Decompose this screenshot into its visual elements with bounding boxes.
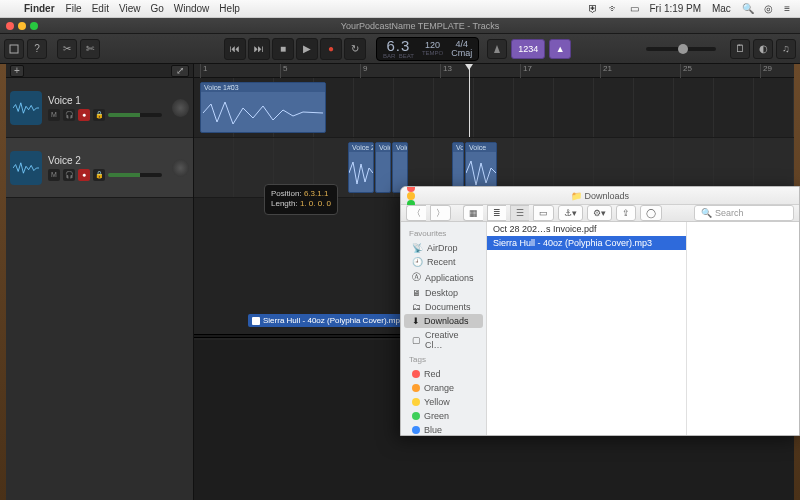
audio-region[interactable]: Voice 2 xyxy=(348,142,374,193)
lcd-key[interactable]: Cmaj xyxy=(451,49,472,58)
menu-help[interactable]: Help xyxy=(219,3,240,14)
clock[interactable]: Fri 1:19 PM xyxy=(649,3,701,14)
control-center-icon[interactable]: ◎ xyxy=(764,3,773,14)
view-icon-button[interactable]: ▦ xyxy=(463,205,483,221)
lcd-tempo[interactable]: 120 xyxy=(425,41,440,50)
sidebar-item-documents[interactable]: 🗂Documents xyxy=(404,300,483,314)
shield-icon[interactable]: ⛨ xyxy=(588,3,598,14)
file-row[interactable]: Sierra Hull - 40oz (Polyphia Cover).mp3 xyxy=(487,236,686,250)
menu-edit[interactable]: Edit xyxy=(92,3,109,14)
notifications-icon[interactable]: ≡ xyxy=(784,3,790,14)
menu-file[interactable]: File xyxy=(66,3,82,14)
user-label[interactable]: Mac xyxy=(712,3,731,14)
track-name[interactable]: Voice 1 xyxy=(48,95,162,106)
track-header[interactable]: Voice 2 M 🎧 ● 🔒 xyxy=(6,138,193,198)
sidebar-item-airdrop[interactable]: 📡AirDrop xyxy=(404,241,483,255)
input-monitor-button[interactable]: 🔒 xyxy=(93,109,105,121)
track-lane[interactable]: Voice 1#03 xyxy=(194,78,794,138)
forward-button[interactable]: ⏭ xyxy=(248,38,270,60)
arrange-menu-button[interactable]: ⚓︎▾ xyxy=(558,205,583,221)
editors-button[interactable]: ✂ xyxy=(57,39,77,59)
share-button[interactable]: ⇪ xyxy=(616,205,636,221)
finder-titlebar[interactable]: 📁 Downloads xyxy=(401,187,799,205)
folder-icon: 📁 xyxy=(571,191,582,201)
sidebar-tag-orange[interactable]: Orange xyxy=(404,381,483,395)
close-window-button[interactable] xyxy=(407,186,415,192)
dragged-file-chip[interactable]: Sierra Hull - 40oz (Polyphia Cover).mp3 xyxy=(248,314,408,327)
sidebar-tag-yellow[interactable]: Yellow xyxy=(404,395,483,409)
track-header-menu-button[interactable]: ⤢ xyxy=(171,65,189,77)
action-menu-button[interactable]: ⚙▾ xyxy=(587,205,612,221)
menubar-app-name[interactable]: Finder xyxy=(24,3,55,14)
desktop-icon: 🖥 xyxy=(412,288,421,298)
record-enable-button[interactable]: ● xyxy=(78,109,90,121)
add-track-button[interactable]: + xyxy=(10,65,24,77)
stop-button[interactable]: ■ xyxy=(272,38,294,60)
notepad-button[interactable]: 🗒 xyxy=(730,39,750,59)
minimize-window-button[interactable] xyxy=(407,192,415,200)
sidebar-item-recent[interactable]: 🕘Recent xyxy=(404,255,483,269)
minimize-window-button[interactable] xyxy=(18,22,26,30)
mute-button[interactable]: M xyxy=(48,109,60,121)
view-gallery-button[interactable]: ▭ xyxy=(533,205,554,221)
library-button[interactable] xyxy=(4,39,24,59)
scissors-button[interactable]: ✄ xyxy=(80,39,100,59)
finder-preview-column xyxy=(687,222,799,436)
input-monitor-button[interactable]: 🔒 xyxy=(93,169,105,181)
view-column-button[interactable]: ☰ xyxy=(510,205,529,221)
tuner-button[interactable] xyxy=(487,39,507,59)
sidebar-item-desktop[interactable]: 🖥Desktop xyxy=(404,286,483,300)
view-list-button[interactable]: ≣ xyxy=(487,205,506,221)
back-button[interactable]: 〈 xyxy=(406,205,426,221)
record-enable-button[interactable]: ● xyxy=(78,169,90,181)
sidebar-item-creative-cloud[interactable]: ▢Creative Cl… xyxy=(404,328,483,352)
pan-knob[interactable] xyxy=(172,99,189,117)
cycle-button[interactable]: ↻ xyxy=(344,38,366,60)
wifi-icon[interactable]: ᯤ xyxy=(609,3,619,14)
solo-button[interactable]: 🎧 xyxy=(63,109,75,121)
audio-region[interactable]: Voic xyxy=(375,142,391,193)
menu-view[interactable]: View xyxy=(119,3,141,14)
timeline-ruler[interactable]: 1 5 9 13 17 21 25 29 xyxy=(194,64,794,78)
forward-button[interactable]: 〉 xyxy=(430,205,451,221)
master-volume-slider[interactable] xyxy=(646,47,716,51)
rewind-button[interactable]: ⏮ xyxy=(224,38,246,60)
spotlight-icon[interactable]: 🔍 xyxy=(742,3,754,14)
battery-icon[interactable]: ▭ xyxy=(630,3,639,14)
menu-window[interactable]: Window xyxy=(174,3,210,14)
finder-window[interactable]: 📁 Downloads 〈 〉 ▦ ≣ ☰ ▭ ⚓︎▾ ⚙▾ ⇪ ◯ 🔍 Sea… xyxy=(400,186,800,436)
loop-browser-button[interactable]: ◐ xyxy=(753,39,773,59)
mute-button[interactable]: M xyxy=(48,169,60,181)
tags-button[interactable]: ◯ xyxy=(640,205,662,221)
track-volume-slider[interactable] xyxy=(108,113,162,117)
solo-button[interactable]: 🎧 xyxy=(63,169,75,181)
media-browser-button[interactable]: ♫ xyxy=(776,39,796,59)
track-volume-slider[interactable] xyxy=(108,173,162,177)
sidebar-tag-green[interactable]: Green xyxy=(404,409,483,423)
sidebar-tag-blue[interactable]: Blue xyxy=(404,423,483,436)
sidebar-item-applications[interactable]: ⒶApplications xyxy=(404,269,483,286)
sidebar-item-downloads[interactable]: ⬇Downloads xyxy=(404,314,483,328)
track-name[interactable]: Voice 2 xyxy=(48,155,162,166)
region-info-tooltip: Position: 6.3.1.1 Length: 1. 0. 0. 0 xyxy=(264,184,338,215)
finder-search-input[interactable]: 🔍 Search xyxy=(694,205,794,221)
track-icon xyxy=(10,91,42,125)
maximize-window-button[interactable] xyxy=(30,22,38,30)
quick-help-button[interactable]: ? xyxy=(27,39,47,59)
metronome-button[interactable]: ▲ xyxy=(549,39,571,59)
lcd-display[interactable]: 6.3 BAR BEAT 120TEMPO 4/4 Cmaj xyxy=(376,37,479,61)
close-window-button[interactable] xyxy=(6,22,14,30)
menubar-status: ⛨ ᯤ ▭ Fri 1:19 PM Mac 🔍 ◎ ≡ xyxy=(584,3,794,14)
count-in-button[interactable]: 1234 xyxy=(511,39,545,59)
audio-region[interactable]: Voice 1#03 xyxy=(200,82,326,133)
play-button[interactable]: ▶ xyxy=(296,38,318,60)
menu-go[interactable]: Go xyxy=(150,3,163,14)
sidebar-tag-red[interactable]: Red xyxy=(404,367,483,381)
airdrop-icon: 📡 xyxy=(412,243,423,253)
file-row[interactable]: Oct 28 202…s Invoice.pdf xyxy=(487,222,686,236)
finder-column[interactable]: Oct 28 202…s Invoice.pdf Sierra Hull - 4… xyxy=(487,222,687,436)
track-header[interactable]: Voice 1 M 🎧 ● 🔒 xyxy=(6,78,193,138)
record-button[interactable]: ● xyxy=(320,38,342,60)
pan-knob[interactable] xyxy=(172,159,189,177)
sidebar-section-header: Favourites xyxy=(401,226,486,241)
